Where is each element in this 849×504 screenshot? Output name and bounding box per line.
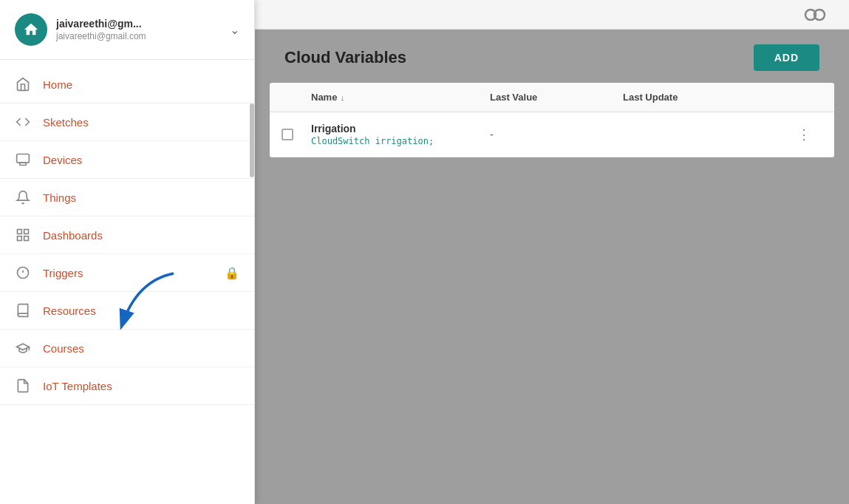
chevron-down-icon[interactable]: ⌄ <box>230 23 239 37</box>
variable-type: CloudSwitch irrigation; <box>311 136 490 146</box>
infinity-icon <box>796 6 834 24</box>
code-icon <box>15 114 31 130</box>
user-email: jaivareethi@gmail.com <box>56 31 221 41</box>
row-name-cell: Irrigation CloudSwitch irrigation; <box>311 123 490 146</box>
sidebar-item-sketches-label: Sketches <box>43 116 239 129</box>
user-profile[interactable]: jaivareethi@gm... jaivareethi@gmail.com … <box>0 0 254 60</box>
sidebar-item-iot-templates-label: IoT Templates <box>43 380 239 392</box>
sidebar-item-devices-label: Devices <box>43 154 239 166</box>
sort-arrow-icon: ↓ <box>340 93 344 102</box>
row-checkbox-cell <box>282 129 311 140</box>
avatar <box>15 13 47 46</box>
sidebar-item-home[interactable]: Home <box>0 66 254 103</box>
sidebar-item-dashboards-label: Dashboards <box>43 229 239 242</box>
sidebar-item-courses-label: Courses <box>43 342 239 355</box>
table-row: Irrigation CloudSwitch irrigation; - ⋮ <box>270 112 834 157</box>
sidebar-item-things[interactable]: Things <box>0 179 254 217</box>
column-last-update: Last Update <box>623 92 785 103</box>
column-last-value: Last Value <box>490 92 623 103</box>
column-name[interactable]: Name ↓ <box>311 92 490 103</box>
top-bar <box>255 0 849 30</box>
sidebar-item-dashboards[interactable]: Dashboards <box>0 217 254 254</box>
add-button[interactable]: ADD <box>754 44 819 71</box>
sidebar: jaivareethi@gm... jaivareethi@gmail.com … <box>0 0 255 504</box>
sidebar-item-resources-label: Resources <box>43 304 239 317</box>
cloud-variables-table: Name ↓ Last Value Last Update Irrigation… <box>270 83 834 157</box>
bell-icon <box>15 189 31 205</box>
sidebar-item-triggers[interactable]: Triggers 🔒 <box>0 254 254 292</box>
variable-last-value: - <box>490 129 623 140</box>
scrollbar[interactable] <box>250 103 254 177</box>
courses-icon <box>15 340 31 356</box>
column-select <box>282 92 311 103</box>
column-actions <box>785 92 822 103</box>
home-avatar-icon <box>23 21 39 38</box>
user-display-name: jaivareethi@gm... <box>56 18 221 30</box>
page-title: Cloud Variables <box>284 48 406 67</box>
grid-icon <box>15 227 31 243</box>
row-checkbox[interactable] <box>282 129 293 140</box>
main-content: Cloud Variables ADD Name ↓ Last Value La… <box>255 0 849 504</box>
sidebar-item-home-label: Home <box>43 78 239 91</box>
content-header: Cloud Variables ADD <box>255 30 849 83</box>
svg-rect-0 <box>17 154 30 163</box>
table-header: Name ↓ Last Value Last Update <box>270 83 834 112</box>
devices-icon <box>15 151 31 168</box>
resources-icon <box>15 302 31 319</box>
nav-list: Home Sketches Devices <box>0 60 254 504</box>
sidebar-item-courses[interactable]: Courses <box>0 330 254 367</box>
home-icon <box>15 76 31 92</box>
sidebar-item-devices[interactable]: Devices <box>0 141 254 179</box>
svg-rect-3 <box>24 230 29 234</box>
variable-name: Irrigation <box>311 123 490 134</box>
svg-rect-4 <box>24 236 29 241</box>
sidebar-item-triggers-label: Triggers <box>43 267 213 279</box>
templates-icon <box>15 378 31 394</box>
row-more-button[interactable]: ⋮ <box>785 126 822 143</box>
svg-rect-2 <box>18 230 22 234</box>
sidebar-item-resources[interactable]: Resources <box>0 292 254 330</box>
triggers-icon <box>15 265 31 281</box>
sidebar-item-things-label: Things <box>43 191 239 204</box>
lock-icon: 🔒 <box>225 266 239 280</box>
user-info: jaivareethi@gm... jaivareethi@gmail.com <box>56 18 221 41</box>
svg-rect-5 <box>18 236 22 241</box>
svg-rect-1 <box>20 163 26 165</box>
sidebar-item-sketches[interactable]: Sketches <box>0 103 254 141</box>
sidebar-item-iot-templates[interactable]: IoT Templates <box>0 367 254 405</box>
